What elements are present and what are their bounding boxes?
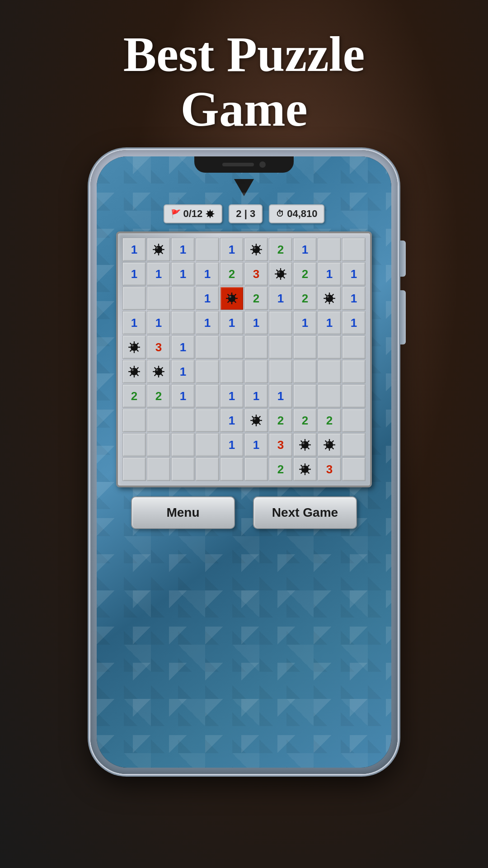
grid-cell[interactable] xyxy=(244,360,268,383)
grid-cell[interactable]: 2 xyxy=(269,458,292,481)
grid-cell[interactable]: 1 xyxy=(147,311,170,335)
grid-cell[interactable] xyxy=(122,409,146,432)
grid-cell[interactable] xyxy=(318,238,341,261)
grid-cell[interactable]: 2 xyxy=(122,384,146,408)
minesweeper-grid[interactable]: 1112111112321112121111111113112211111222… xyxy=(122,238,366,481)
grid-cell[interactable]: 1 xyxy=(196,311,219,335)
grid-cell[interactable] xyxy=(147,360,170,383)
grid-cell[interactable] xyxy=(342,433,366,457)
grid-cell[interactable] xyxy=(196,458,219,481)
grid-cell[interactable]: 1 xyxy=(147,262,170,286)
grid-cell[interactable]: 1 xyxy=(244,433,268,457)
grid-cell[interactable]: 1 xyxy=(244,384,268,408)
grid-cell[interactable]: 2 xyxy=(318,409,341,432)
grid-cell[interactable]: 1 xyxy=(122,311,146,335)
grid-cell[interactable] xyxy=(147,409,170,432)
grid-cell[interactable] xyxy=(122,433,146,457)
grid-cell[interactable] xyxy=(171,311,195,335)
grid-cell[interactable]: 1 xyxy=(171,360,195,383)
grid-cell[interactable]: 1 xyxy=(293,238,317,261)
grid-cell[interactable]: 1 xyxy=(171,384,195,408)
grid-cell[interactable]: 1 xyxy=(220,409,244,432)
grid-cell[interactable] xyxy=(244,458,268,481)
grid-cell[interactable] xyxy=(244,409,268,432)
grid-cell[interactable]: 2 xyxy=(269,238,292,261)
grid-cell[interactable] xyxy=(171,433,195,457)
grid-cell[interactable]: 1 xyxy=(318,262,341,286)
grid-cell[interactable] xyxy=(196,335,219,359)
grid-cell[interactable]: 1 xyxy=(220,238,244,261)
grid-cell[interactable] xyxy=(318,384,341,408)
grid-cell[interactable] xyxy=(122,335,146,359)
grid-cell[interactable]: 1 xyxy=(318,311,341,335)
grid-cell[interactable]: 1 xyxy=(269,384,292,408)
grid-cell[interactable] xyxy=(342,458,366,481)
grid-cell[interactable]: 1 xyxy=(171,335,195,359)
grid-cell[interactable] xyxy=(293,384,317,408)
grid-cell[interactable]: 1 xyxy=(196,287,219,310)
grid-cell[interactable] xyxy=(122,287,146,310)
grid-cell[interactable]: 1 xyxy=(122,238,146,261)
grid-cell[interactable]: 1 xyxy=(220,311,244,335)
grid-cell[interactable]: 1 xyxy=(293,311,317,335)
grid-cell[interactable] xyxy=(318,287,341,310)
grid-cell[interactable]: 3 xyxy=(244,262,268,286)
grid-cell[interactable] xyxy=(196,433,219,457)
grid-cell[interactable]: 1 xyxy=(269,287,292,310)
grid-cell[interactable] xyxy=(293,360,317,383)
grid-cell[interactable] xyxy=(342,409,366,432)
grid-cell[interactable] xyxy=(122,360,146,383)
grid-cell[interactable]: 3 xyxy=(147,335,170,359)
grid-cell[interactable] xyxy=(293,458,317,481)
grid-cell[interactable] xyxy=(220,287,244,310)
grid-cell[interactable] xyxy=(196,238,219,261)
grid-cell[interactable] xyxy=(293,433,317,457)
grid-cell[interactable]: 2 xyxy=(244,287,268,310)
grid-cell[interactable] xyxy=(147,433,170,457)
grid-cell[interactable]: 1 xyxy=(342,262,366,286)
grid-cell[interactable]: 3 xyxy=(318,458,341,481)
grid-cell[interactable]: 2 xyxy=(293,262,317,286)
grid-cell[interactable] xyxy=(318,433,341,457)
grid-cell[interactable]: 1 xyxy=(342,287,366,310)
grid-cell[interactable] xyxy=(342,335,366,359)
grid-cell[interactable] xyxy=(147,238,170,261)
grid-cell[interactable] xyxy=(244,335,268,359)
grid-cell[interactable] xyxy=(122,458,146,481)
grid-cell[interactable]: 3 xyxy=(269,433,292,457)
grid-cell[interactable] xyxy=(269,311,292,335)
grid-cell[interactable]: 1 xyxy=(342,311,366,335)
menu-button[interactable]: Menu xyxy=(131,496,235,529)
grid-cell[interactable] xyxy=(318,360,341,383)
grid-cell[interactable] xyxy=(171,458,195,481)
grid-cell[interactable] xyxy=(220,458,244,481)
next-game-button[interactable]: Next Game xyxy=(253,496,357,529)
grid-cell[interactable]: 2 xyxy=(293,287,317,310)
grid-cell[interactable] xyxy=(171,409,195,432)
grid-cell[interactable]: 1 xyxy=(244,311,268,335)
grid-cell[interactable] xyxy=(342,238,366,261)
grid-cell[interactable] xyxy=(342,360,366,383)
grid-cell[interactable] xyxy=(147,287,170,310)
grid-cell[interactable] xyxy=(293,335,317,359)
grid-cell[interactable] xyxy=(269,262,292,286)
grid-cell[interactable] xyxy=(220,360,244,383)
grid-cell[interactable]: 1 xyxy=(171,238,195,261)
grid-cell[interactable] xyxy=(342,384,366,408)
grid-cell[interactable]: 1 xyxy=(122,262,146,286)
grid-cell[interactable] xyxy=(269,360,292,383)
grid-cell[interactable]: 1 xyxy=(196,262,219,286)
grid-cell[interactable]: 2 xyxy=(147,384,170,408)
grid-cell[interactable]: 1 xyxy=(171,262,195,286)
grid-cell[interactable] xyxy=(318,335,341,359)
grid-cell[interactable] xyxy=(269,335,292,359)
grid-cell[interactable] xyxy=(171,287,195,310)
grid-cell[interactable]: 2 xyxy=(269,409,292,432)
grid-cell[interactable] xyxy=(220,335,244,359)
grid-cell[interactable] xyxy=(196,409,219,432)
grid-cell[interactable] xyxy=(196,384,219,408)
grid-cell[interactable] xyxy=(244,238,268,261)
grid-cell[interactable]: 1 xyxy=(220,384,244,408)
grid-cell[interactable]: 1 xyxy=(220,433,244,457)
grid-cell[interactable] xyxy=(147,458,170,481)
